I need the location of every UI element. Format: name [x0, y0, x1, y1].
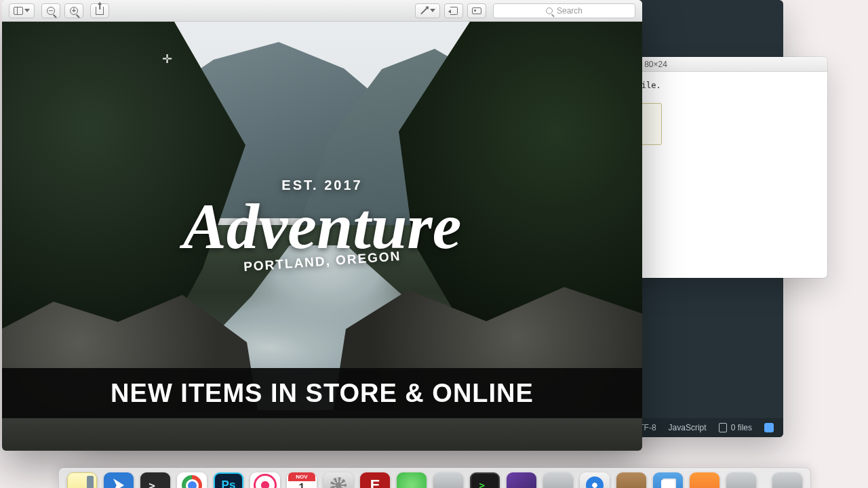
file-icon — [719, 423, 727, 432]
brand-name: Adventure — [2, 197, 642, 256]
dock-stack[interactable] — [772, 472, 802, 488]
dock-app-calendar[interactable]: NOV 1 — [287, 472, 317, 488]
dock-app-itunes[interactable] — [250, 472, 280, 488]
annotate-button[interactable] — [415, 3, 440, 18]
share-button[interactable] — [90, 3, 109, 18]
calendar-month: NOV — [288, 472, 315, 481]
pencil-icon — [420, 7, 428, 14]
zoom-out-icon — [47, 7, 55, 15]
dock[interactable]: Ps NOV 1 E — [58, 468, 811, 488]
hero-logo: EST. 2017 Adventure PORTLAND, OREGON — [2, 178, 642, 269]
dock-app-filezilla[interactable]: E — [360, 472, 390, 488]
promo-banner: NEW ITEMS IN STORE & ONLINE — [2, 368, 642, 418]
sidebar-icon — [14, 7, 23, 15]
status-files-label: 0 files — [731, 423, 752, 432]
dock-app-code-editor[interactable] — [104, 472, 134, 488]
sidebar-toggle-button[interactable] — [9, 3, 35, 18]
search-placeholder: Search — [557, 6, 583, 16]
git-icon[interactable] — [764, 423, 774, 432]
chevron-down-icon — [430, 9, 435, 12]
zoom-in-icon — [70, 7, 78, 15]
dock-app-generic[interactable] — [726, 472, 756, 488]
rotate-button[interactable] — [444, 3, 463, 18]
chevron-down-icon — [24, 9, 30, 12]
preview-toolbar: Search — [2, 0, 642, 22]
search-icon — [546, 7, 553, 14]
dock-app-generic[interactable] — [433, 472, 463, 488]
dock-app-iterm[interactable] — [470, 472, 500, 488]
dock-app-generic[interactable] — [507, 472, 536, 488]
dock-app-generic[interactable] — [690, 472, 719, 488]
share-icon — [96, 7, 104, 15]
dock-app-stickies[interactable] — [67, 472, 97, 488]
dock-app-generic[interactable] — [543, 472, 573, 488]
preview-image[interactable]: EST. 2017 Adventure PORTLAND, OREGON NEW… — [2, 22, 642, 451]
dock-app-messaging[interactable] — [397, 472, 427, 488]
dock-app-preview[interactable] — [653, 472, 683, 488]
chrome-icon — [182, 475, 202, 488]
calendar-day: 1 — [287, 482, 317, 488]
dock-app-safari[interactable] — [580, 472, 610, 488]
dock-app-photoshop[interactable]: Ps — [214, 472, 243, 488]
dock-app-generic[interactable] — [616, 472, 646, 488]
markup-icon — [472, 7, 481, 14]
markup-button[interactable] — [467, 3, 486, 18]
dock-app-chrome[interactable] — [177, 472, 207, 488]
preview-window[interactable]: Search EST. 2017 Adventure PORTLAND, ORE… — [2, 0, 642, 451]
zoom-in-button[interactable] — [64, 3, 83, 18]
cursor-crosshair-icon: ✛ — [162, 52, 172, 66]
rotate-icon — [450, 7, 458, 15]
dock-app-system-preferences[interactable] — [323, 472, 353, 488]
desktop: UTF-8 JavaScript 0 files — -bash — 80×24… — [0, 0, 868, 488]
search-input[interactable]: Search — [493, 3, 635, 18]
zoom-out-button[interactable] — [41, 3, 60, 18]
status-language[interactable]: JavaScript — [669, 423, 707, 432]
status-files[interactable]: 0 files — [719, 423, 752, 432]
dock-app-terminal[interactable] — [140, 472, 170, 488]
